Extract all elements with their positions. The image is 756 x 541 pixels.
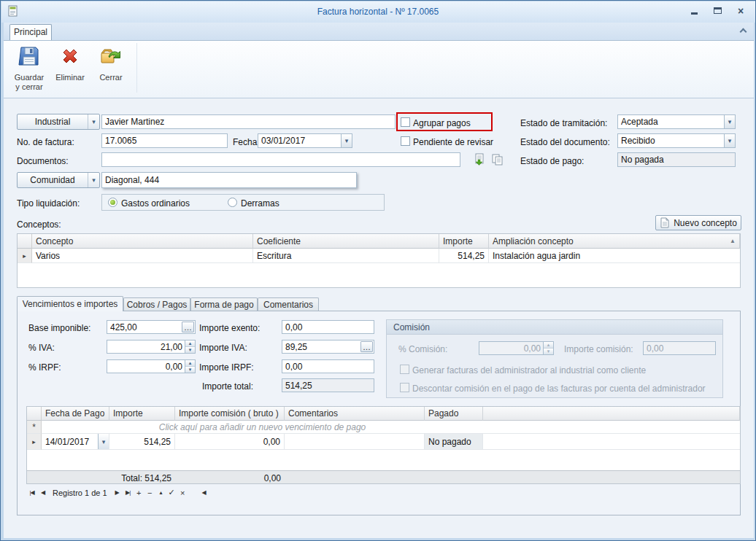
nav-append-button[interactable]: +	[134, 487, 144, 498]
conceptos-grid: Concepto Coeficiente Importe Ampliación …	[17, 233, 741, 288]
cell-importe[interactable]: 514,25	[109, 434, 175, 450]
copy-document-button[interactable]	[491, 153, 504, 168]
importe-total-label: Importe total:	[202, 381, 253, 392]
ellipsis-button[interactable]: …	[182, 322, 194, 332]
pendiente-revisar-checkbox[interactable]	[401, 136, 410, 146]
chevron-down-icon[interactable]: ▾	[341, 134, 352, 147]
minimize-button[interactable]	[685, 5, 703, 17]
column-header-comentarios[interactable]: Comentarios	[285, 407, 425, 421]
fecha-date-picker[interactable]: 03/01/2017 ▾	[258, 133, 352, 148]
spin-buttons[interactable]: ▴▾	[185, 340, 195, 353]
nav-prev-button[interactable]: ◀	[37, 487, 48, 498]
ribbon-collapse-button[interactable]	[736, 27, 749, 37]
cell-importe-comision[interactable]: 0,00	[175, 434, 285, 450]
nav-cancel-edit-button[interactable]: ×	[177, 487, 188, 498]
close-icon: ×	[738, 5, 744, 17]
spin-buttons: ▴▾	[543, 342, 553, 354]
cell-coeficiente[interactable]: Escritura	[253, 249, 439, 263]
importe-total-field: 514,25	[282, 378, 374, 392]
generar-facturas-checkbox	[400, 365, 409, 374]
agrupar-pagos-label: Agrupar pagos	[413, 118, 471, 128]
close-button[interactable]: ×	[732, 5, 749, 17]
tab-vencimientos-importes[interactable]: Vencimientos e importes	[17, 296, 123, 311]
new-row-hint[interactable]: Click aquí para añadir un nuevo vencimie…	[42, 421, 483, 434]
importe-exento-label: Importe exento:	[199, 323, 260, 333]
nav-end-edit-button[interactable]: ✓	[166, 487, 177, 498]
base-imponible-field[interactable]: 425,00 …	[107, 320, 196, 334]
estado-tramitacion-combo[interactable]: Aceptada ▾	[617, 114, 736, 129]
importe-comision-label: Importe comisión:	[564, 344, 633, 354]
industrial-name-field[interactable]: Javier Martinez	[101, 114, 396, 129]
nav-delete-button[interactable]: −	[144, 487, 155, 498]
footer-filler-cell	[285, 471, 740, 484]
column-header-importe[interactable]: Importe	[439, 234, 489, 249]
cell-ampliacion[interactable]: Instalación agua jardin	[489, 249, 740, 263]
minimize-icon	[691, 12, 698, 15]
tab-forma-pago[interactable]: Forma de pago	[190, 297, 258, 311]
importe-irpf-field[interactable]: 0,00	[282, 359, 374, 373]
save-and-close-button[interactable]: Guardary cerrar	[10, 42, 48, 96]
close-form-button[interactable]: Cerrar	[93, 42, 128, 96]
pct-iva-label: % IVA:	[28, 343, 55, 353]
delete-button[interactable]: Eliminar	[52, 42, 88, 96]
cell-importe[interactable]: 514,25	[439, 249, 489, 263]
chevron-down-icon[interactable]: ▾	[724, 134, 735, 147]
column-header-importe[interactable]: Importe	[109, 407, 175, 421]
grid-empty-area	[27, 450, 740, 470]
sort-ascending-icon: ▲	[730, 238, 736, 244]
importe-comision-field: 0,00	[643, 341, 716, 355]
cell-comentarios[interactable]	[285, 434, 425, 450]
nav-next-button[interactable]: ▶	[112, 487, 123, 498]
chevron-down-icon[interactable]: ▾	[724, 115, 735, 128]
chevron-down-icon[interactable]: ▾	[98, 434, 109, 449]
column-header-fecha-pago[interactable]: Fecha de Pago	[42, 407, 109, 421]
column-header-pagado[interactable]: Pagado	[425, 407, 483, 421]
nav-edit-button[interactable]: ▴	[155, 487, 166, 498]
estado-pago-label: Estado de pago:	[520, 156, 584, 166]
no-factura-field[interactable]: 17.0065	[101, 133, 228, 148]
radio-derramas[interactable]	[228, 198, 237, 207]
cell-fecha-pago[interactable]: 14/01/2017 ▾	[42, 434, 109, 450]
column-header-importe-comision[interactable]: Importe comisión ( bruto )	[175, 407, 285, 421]
pct-iva-field[interactable]: 21,00 ▴▾	[107, 340, 196, 354]
documentos-field[interactable]	[101, 152, 460, 167]
nav-first-button[interactable]: |◀	[26, 487, 37, 498]
documentos-label: Documentos:	[17, 156, 69, 166]
nav-last-button[interactable]: ▶|	[123, 487, 134, 498]
descontar-comision-checkbox	[400, 383, 409, 392]
spin-up-icon: ▴	[544, 342, 553, 349]
header-indicator-cell	[27, 407, 42, 421]
column-header-coeficiente[interactable]: Coeficiente	[253, 234, 439, 249]
copy-icon	[491, 153, 504, 166]
row-indicator-icon: ▸	[18, 249, 32, 263]
column-header-concepto[interactable]: Concepto	[32, 234, 253, 249]
industrial-selector-button[interactable]: Industrial ▾	[17, 114, 100, 130]
new-row[interactable]: * Click aquí para añadir un nuevo vencim…	[27, 421, 740, 434]
tab-comentarios[interactable]: Comentarios	[258, 297, 319, 311]
agrupar-pagos-checkbox[interactable]	[401, 117, 410, 127]
pct-irpf-field[interactable]: 0,00 ▴▾	[107, 359, 196, 373]
importe-iva-field[interactable]: 89,25 …	[282, 340, 374, 354]
radio-gastos-ordinarios[interactable]	[108, 198, 117, 207]
tab-cobros-pagos[interactable]: Cobros / Pagos	[123, 297, 190, 311]
column-header-ampliacion[interactable]: Ampliación concepto▲	[489, 234, 740, 249]
tab-principal[interactable]: Principal	[9, 24, 52, 41]
cell-pagado[interactable]: No pagado	[425, 434, 483, 450]
new-document-icon	[660, 217, 670, 228]
estado-pago-field: No pagada	[617, 152, 736, 167]
comunidad-field[interactable]: Diagonal, 444	[101, 172, 357, 188]
maximize-button[interactable]	[709, 5, 726, 17]
radio-derramas-label: Derramas	[241, 198, 279, 209]
spin-buttons[interactable]: ▴▾	[185, 360, 195, 373]
cell-concepto[interactable]: Varios	[32, 249, 253, 263]
ellipsis-button[interactable]: …	[360, 341, 373, 352]
pct-comision-label: % Comisión:	[398, 344, 447, 354]
importe-exento-field[interactable]: 0,00	[282, 320, 374, 334]
estado-documento-label: Estado del documento:	[520, 137, 610, 147]
estado-documento-combo[interactable]: Recibido ▾	[617, 133, 736, 148]
chevron-up-icon	[739, 28, 747, 36]
comunidad-selector-button[interactable]: Comunidad ▾	[17, 172, 100, 188]
attach-document-button[interactable]	[474, 153, 486, 168]
nuevo-concepto-button[interactable]: Nuevo concepto	[655, 215, 741, 230]
scroll-left-button[interactable]: ◀	[198, 487, 209, 498]
